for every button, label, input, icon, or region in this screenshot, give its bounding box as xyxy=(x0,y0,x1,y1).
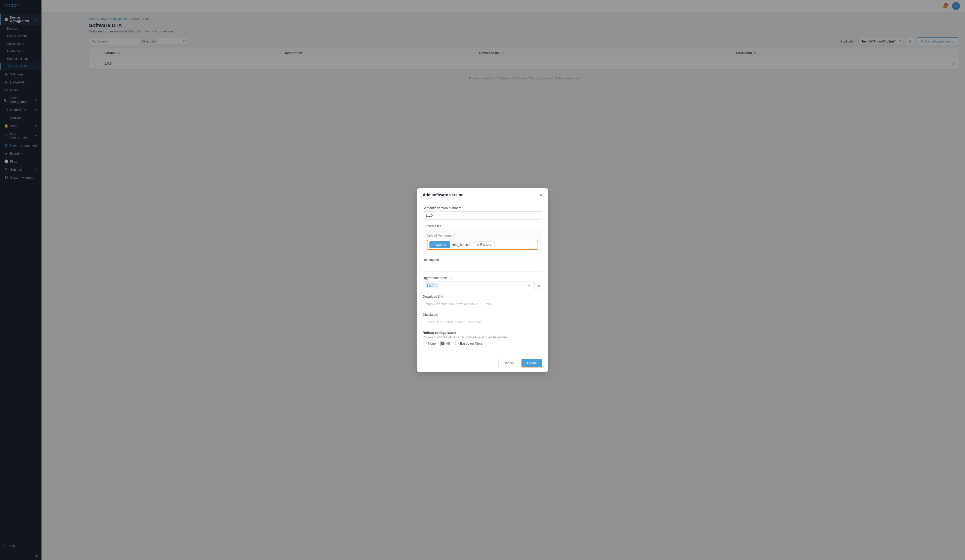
cancel-button[interactable]: Cancel xyxy=(498,359,519,367)
download-link-group: Download link xyxy=(423,295,542,308)
restore-icon: ↺ xyxy=(476,243,479,247)
rollout-section: Rollout configuration Choose to which en… xyxy=(423,331,542,345)
upload-area-label: Upload file, format: * xyxy=(427,234,538,237)
upload-button[interactable]: ↑ Upload xyxy=(429,241,450,248)
create-button[interactable]: Create xyxy=(522,359,542,367)
modal-title: Add software version xyxy=(423,193,464,197)
select-chevron-icon: ▼ xyxy=(528,284,530,287)
modal-header: Add software version × xyxy=(417,188,548,201)
restore-button[interactable]: ↺ Restore xyxy=(473,241,495,248)
modal-footer: Cancel Create xyxy=(417,355,548,372)
firmware-file-label: Firmware file xyxy=(423,224,542,228)
rollout-radio-none[interactable] xyxy=(423,341,427,345)
upgradable-from-select-wrapper: 1.0.0 × ▼ xyxy=(423,281,532,290)
rollout-option-all[interactable]: All xyxy=(441,341,450,345)
upgradable-from-select[interactable]: 1.0.0 × ▼ xyxy=(423,281,532,290)
description-input[interactable] xyxy=(423,263,542,271)
semantic-version-label: Semantic version number* xyxy=(423,206,542,210)
add-software-version-modal: Add software version × Semantic version … xyxy=(417,188,548,372)
copy-icon: ⧉ xyxy=(537,284,540,288)
upgradable-from-label: Upgradable from ? xyxy=(423,276,542,280)
modal-overlay: Add software version × Semantic version … xyxy=(0,0,965,560)
download-link-input[interactable] xyxy=(423,300,542,308)
upload-icon: ↑ xyxy=(433,243,435,247)
modal-close-button[interactable]: × xyxy=(540,193,542,197)
upload-area: Upload file, format: * ↑ Upload test_fil… xyxy=(423,230,542,253)
rollout-radio-group: None All Based on filters xyxy=(423,341,542,345)
semantic-version-group: Semantic version number* xyxy=(423,206,542,220)
upgradable-from-row: 1.0.0 × ▼ ⧉ xyxy=(423,281,542,290)
rollout-description: Choose to which endpoints this software … xyxy=(423,336,542,339)
upgradable-from-help-icon[interactable]: ? xyxy=(449,276,453,280)
rollout-radio-all[interactable] xyxy=(441,341,445,345)
download-link-label: Download link xyxy=(423,295,542,298)
upload-clear-button[interactable]: × xyxy=(469,243,471,247)
semantic-version-input[interactable] xyxy=(423,211,542,220)
description-label: Description xyxy=(423,258,542,262)
checksum-input[interactable] xyxy=(423,318,542,326)
upload-filename: test_file.txt × xyxy=(452,243,471,247)
rollout-radio-based-on-filters[interactable] xyxy=(455,341,459,345)
modal-body: Semantic version number* Firmware file U… xyxy=(417,201,548,355)
checksum-group: Checksum xyxy=(423,313,542,326)
copy-versions-button[interactable]: ⧉ xyxy=(534,282,542,290)
rollout-option-based-on-filters[interactable]: Based on filters xyxy=(455,341,483,345)
tag-remove-button[interactable]: × xyxy=(434,284,436,287)
checksum-label: Checksum xyxy=(423,313,542,317)
upgradable-from-tag: 1.0.0 × xyxy=(425,283,438,288)
rollout-title: Rollout configuration xyxy=(423,331,542,335)
rollout-option-none[interactable]: None xyxy=(423,341,436,345)
firmware-file-group: Firmware file Upload file, format: * ↑ U… xyxy=(423,224,542,253)
upload-row: ↑ Upload test_file.txt × ↺ Restore xyxy=(427,240,538,250)
description-group: Description xyxy=(423,258,542,271)
upgradable-from-group: Upgradable from ? 1.0.0 × ▼ xyxy=(423,276,542,290)
